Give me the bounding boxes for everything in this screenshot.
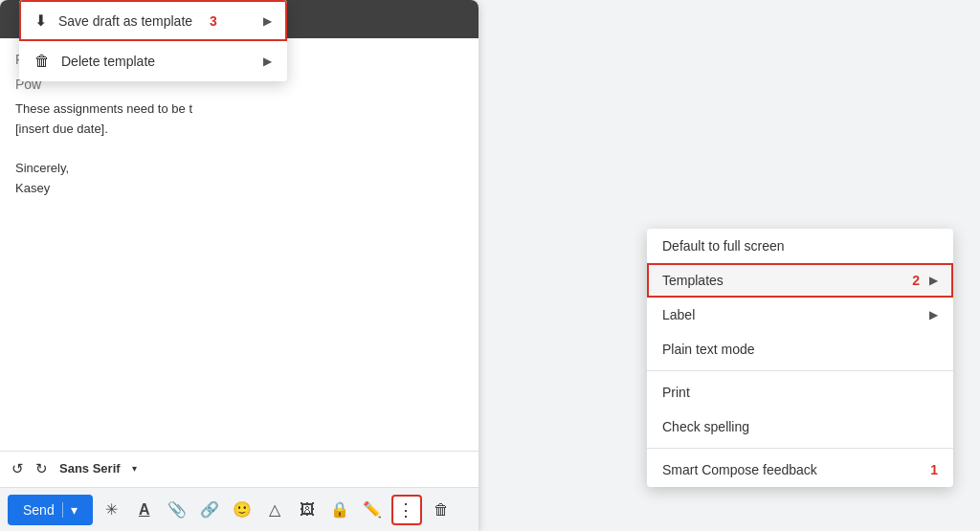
- sparkle-icon[interactable]: ✳: [99, 497, 125, 523]
- compose-body-text: These assignments need to be t [insert d…: [15, 100, 463, 199]
- menu-item-smart-compose[interactable]: Smart Compose feedback 1: [647, 453, 953, 487]
- delete-template-icon: 🗑: [34, 53, 50, 70]
- menu-item-spell-check[interactable]: Check spelling: [647, 409, 953, 444]
- send-dropdown-icon[interactable]: ▾: [62, 502, 78, 518]
- menu-item-fullscreen[interactable]: Default to full screen: [647, 229, 953, 263]
- link-icon[interactable]: 🔗: [196, 497, 223, 523]
- font-selector[interactable]: Sans Serif: [59, 461, 121, 476]
- menu-item-print[interactable]: Print: [647, 375, 953, 409]
- templates-arrow-icon: ▶: [929, 274, 938, 287]
- text-format-icon[interactable]: A: [131, 497, 158, 523]
- menu-divider-2: [647, 448, 953, 449]
- font-arrow-icon[interactable]: ▾: [132, 463, 137, 474]
- attach-icon[interactable]: 📎: [164, 497, 190, 523]
- lock-icon[interactable]: 🔒: [326, 497, 353, 523]
- menu-item-label[interactable]: Label ▶: [647, 298, 953, 332]
- menu-item-plain-text[interactable]: Plain text mode: [647, 332, 953, 366]
- photo-icon[interactable]: 🖼: [294, 497, 321, 523]
- step3-badge: 3: [210, 13, 217, 29]
- drive-icon[interactable]: △: [261, 497, 288, 523]
- submenu-item-save-draft[interactable]: ⬇ Save draft as template 3 ▶: [19, 0, 287, 41]
- undo-icon[interactable]: ↺: [11, 460, 24, 477]
- compose-toolbar: Send ▾ ✳ A 📎 🔗 🙂 △ 🖼 🔒 ✏️ ⋮ 🗑: [0, 487, 479, 531]
- format-bar: ↺ ↻ Sans Serif ▾: [0, 451, 479, 485]
- send-button[interactable]: Send ▾: [8, 495, 93, 525]
- save-draft-arrow-icon: ▶: [263, 14, 272, 28]
- label-arrow-icon: ▶: [929, 308, 938, 321]
- templates-submenu: ⬇ Save draft as template 3 ▶ 🗑 Delete te…: [19, 0, 287, 81]
- emoji-icon[interactable]: 🙂: [229, 497, 256, 523]
- menu-divider-1: [647, 370, 953, 371]
- step1-badge: 1: [930, 462, 938, 477]
- redo-icon[interactable]: ↻: [35, 460, 48, 477]
- save-draft-icon: ⬇: [34, 11, 47, 30]
- context-menu: Default to full screen Templates 2 ▶ Lab…: [647, 229, 953, 487]
- pencil-icon[interactable]: ✏️: [359, 497, 386, 523]
- submenu-item-delete-template[interactable]: 🗑 Delete template ▶: [19, 41, 287, 81]
- delete-template-arrow-icon: ▶: [263, 55, 272, 68]
- more-options-button[interactable]: ⋮: [391, 495, 422, 525]
- trash-icon[interactable]: 🗑: [428, 497, 455, 523]
- menu-item-templates[interactable]: Templates 2 ▶: [647, 263, 953, 298]
- step2-badge: 2: [912, 273, 920, 288]
